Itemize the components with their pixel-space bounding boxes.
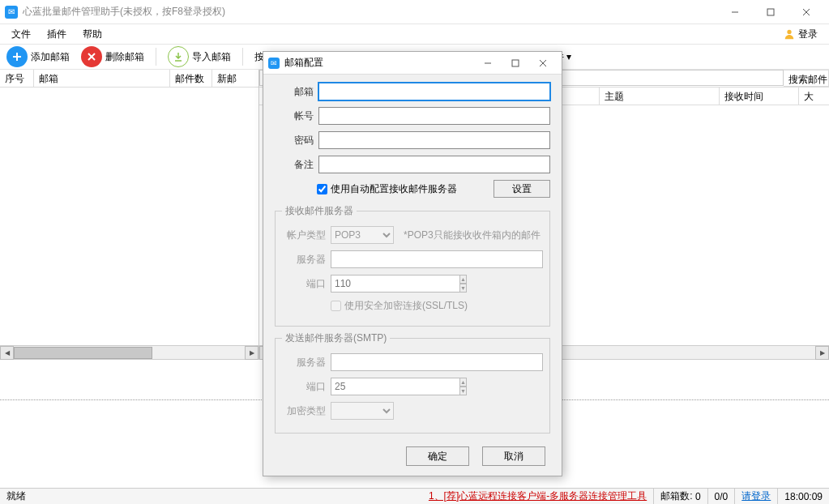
label-send-port: 端口 xyxy=(282,380,326,394)
status-login-link[interactable]: 请登录 xyxy=(735,489,778,504)
left-grid-body[interactable] xyxy=(0,88,259,345)
label-recv-server: 服务器 xyxy=(282,253,326,267)
import-icon xyxy=(168,46,189,67)
mailbox-config-dialog: ✉ 邮箱配置 邮箱 帐号 密码 备注 使用自动配置接收邮件服务器 设 xyxy=(263,51,562,476)
left-column-headers: 序号 邮箱 邮件数 新邮 xyxy=(0,70,259,88)
scroll-left-icon[interactable]: ◀ xyxy=(0,346,14,360)
user-icon xyxy=(784,28,795,40)
auto-config-checkbox[interactable] xyxy=(317,184,327,194)
remark-input[interactable] xyxy=(318,156,550,173)
menu-bar: 文件 插件 帮助 登录 xyxy=(0,24,829,44)
label-mailbox: 邮箱 xyxy=(275,85,314,99)
label-password: 密码 xyxy=(275,134,314,147)
chevron-up-icon: ▲ xyxy=(460,275,467,284)
app-icon: ✉ xyxy=(5,6,18,19)
status-mailbox-count: 邮箱数: 0 xyxy=(654,489,707,504)
scroll-right-icon[interactable]: ▶ xyxy=(815,346,829,360)
toolbar-separator xyxy=(156,48,156,66)
label-enc-type: 加密类型 xyxy=(282,404,326,418)
send-port-stepper: ▲▼ xyxy=(331,378,389,395)
cancel-button[interactable]: 取消 xyxy=(482,446,545,466)
send-server-group: 发送邮件服务器(SMTP) 服务器 端口 ▲▼ 加密类型 xyxy=(275,331,550,434)
delete-mailbox-button[interactable]: 删除邮箱 xyxy=(78,45,147,69)
recv-ssl-checkbox xyxy=(331,301,341,311)
add-mailbox-button[interactable]: 添加邮箱 xyxy=(3,45,73,69)
status-ready: 就绪 xyxy=(0,489,32,504)
send-port-input xyxy=(331,378,460,395)
status-promo[interactable]: 1、[荐]心蓝远程连接客户端-多服务器连接管理工具 xyxy=(422,489,654,504)
svg-rect-1 xyxy=(767,9,774,15)
recv-port-stepper: ▲▼ xyxy=(331,275,389,293)
label-send-server: 服务器 xyxy=(282,356,326,369)
scroll-right-icon[interactable]: ▶ xyxy=(245,346,259,360)
dialog-button-row: 确定 取消 xyxy=(263,437,562,476)
password-input[interactable] xyxy=(318,131,550,149)
status-bar: 就绪 1、[荐]心蓝远程连接客户端-多服务器连接管理工具 邮箱数: 0 0/0 … xyxy=(0,488,829,504)
send-legend: 发送邮件服务器(SMTP) xyxy=(282,331,390,345)
label-account: 帐号 xyxy=(275,109,314,123)
svg-rect-11 xyxy=(512,60,519,66)
toolbar-separator xyxy=(242,48,243,66)
menu-plugin[interactable]: 插件 xyxy=(39,25,75,44)
dialog-maximize-button[interactable] xyxy=(502,54,529,72)
status-time: 18:00:09 xyxy=(778,489,829,504)
receive-server-group: 接收邮件服务器 帐户类型 POP3 *POP3只能接收收件箱内的邮件 服务器 端… xyxy=(275,204,550,327)
pop3-hint: *POP3只能接收收件箱内的邮件 xyxy=(404,229,541,242)
dialog-icon: ✉ xyxy=(268,58,280,69)
recv-ssl-label: 使用安全加密连接(SSL/TLS) xyxy=(344,299,468,313)
label-recv-port: 端口 xyxy=(282,277,326,291)
ok-button[interactable]: 确定 xyxy=(406,446,469,466)
col-recv-time[interactable]: 接收时间 xyxy=(720,88,799,105)
search-button[interactable]: 搜索邮件 xyxy=(784,70,829,87)
menu-file[interactable]: 文件 xyxy=(3,25,39,44)
settings-button[interactable]: 设置 xyxy=(494,180,550,198)
col-seq[interactable]: 序号 xyxy=(0,70,34,87)
send-server-input xyxy=(331,353,543,371)
recv-server-input xyxy=(331,250,543,268)
plus-icon xyxy=(6,46,28,67)
import-mailbox-button[interactable]: 导入邮箱 xyxy=(165,45,234,69)
chevron-down-icon: ▼ xyxy=(460,387,467,395)
window-titlebar: ✉ 心蓝批量邮件管理助手(未授权，按F8登录授权) xyxy=(0,0,829,24)
status-ratio: 0/0 xyxy=(708,489,736,504)
left-hscroll[interactable]: ◀ ▶ xyxy=(0,345,259,359)
receive-legend: 接收邮件服务器 xyxy=(282,204,357,218)
col-mailbox[interactable]: 邮箱 xyxy=(34,70,170,87)
dialog-close-button[interactable] xyxy=(529,54,557,72)
enc-type-select xyxy=(331,402,394,420)
dialog-titlebar[interactable]: ✉ 邮箱配置 xyxy=(263,52,562,75)
menu-login[interactable]: 登录 xyxy=(776,25,826,44)
account-input[interactable] xyxy=(318,107,550,125)
dialog-title: 邮箱配置 xyxy=(284,56,474,70)
chevron-down-icon: ▼ xyxy=(460,284,467,293)
auto-config-label: 使用自动配置接收邮件服务器 xyxy=(331,182,457,196)
menu-help[interactable]: 帮助 xyxy=(75,25,110,44)
col-subject[interactable]: 主题 xyxy=(600,88,720,105)
close-button[interactable] xyxy=(788,1,824,23)
col-size[interactable]: 大 xyxy=(799,88,829,105)
maximize-button[interactable] xyxy=(753,1,788,23)
mailbox-list-pane: 序号 邮箱 邮件数 新邮 ◀ ▶ xyxy=(0,70,259,359)
mailbox-input[interactable] xyxy=(318,83,550,100)
recv-port-input xyxy=(331,275,460,293)
col-new[interactable]: 新邮 xyxy=(212,70,259,87)
label-remark: 备注 xyxy=(275,158,314,172)
minimize-button[interactable] xyxy=(717,1,753,23)
col-count[interactable]: 邮件数 xyxy=(170,70,212,87)
svg-point-4 xyxy=(787,30,791,34)
chevron-up-icon: ▲ xyxy=(460,378,467,387)
window-title: 心蓝批量邮件管理助手(未授权，按F8登录授权) xyxy=(23,5,717,19)
account-type-select: POP3 xyxy=(331,226,394,244)
x-icon xyxy=(81,46,102,67)
dialog-minimize-button[interactable] xyxy=(474,54,502,72)
label-account-type: 帐户类型 xyxy=(282,229,326,242)
